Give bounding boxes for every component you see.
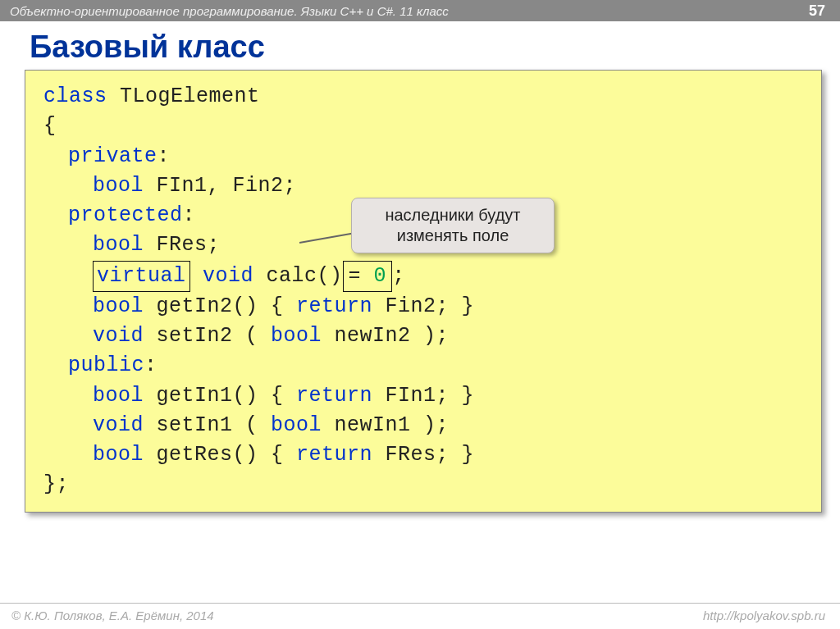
code-line: class TLogElement [43, 82, 805, 112]
header-bar: Объектно-ориентированное программировани… [0, 0, 840, 21]
kw-class: class [43, 84, 107, 108]
code-line: private: [43, 142, 805, 171]
kw-bool: bool [93, 233, 144, 257]
code-line: public: [43, 351, 805, 381]
kw-bool: bool [93, 384, 144, 408]
class-name: TLogElement [120, 84, 260, 108]
slide: Объектно-ориентированное программировани… [0, 0, 840, 629]
page-number: 57 [809, 2, 825, 20]
kw-protected: protected [68, 203, 183, 227]
slide-title: Базовый класс [0, 21, 840, 70]
kw-bool: bool [271, 324, 322, 348]
kw-bool: bool [93, 174, 144, 198]
kw-void: void [93, 324, 144, 348]
kw-return: return [296, 443, 372, 467]
code-line: bool getRes() { return FRes; } [43, 440, 805, 470]
kw-private: private [68, 144, 158, 168]
kw-public: public [68, 353, 144, 377]
virtual-box: virtual [93, 261, 190, 292]
kw-void: void [93, 413, 144, 437]
code-line: void setIn2 ( bool newIn2 ); [43, 321, 805, 351]
kw-bool: bool [93, 443, 144, 467]
footer-url: http://kpolyakov.spb.ru [703, 608, 825, 622]
code-box: class TLogElement { private: bool FIn1, … [25, 70, 822, 513]
kw-bool: bool [93, 294, 144, 318]
kw-return: return [296, 384, 372, 408]
course-title: Объектно-ориентированное программировани… [10, 4, 449, 18]
zero-literal: 0 [374, 264, 387, 288]
callout-box: наследники будут изменять поле [351, 198, 555, 253]
pure-virtual-box: = 0 [343, 261, 393, 292]
kw-bool: bool [271, 413, 322, 437]
code-area: class TLogElement { private: bool FIn1, … [25, 70, 822, 513]
code-line: { [43, 112, 805, 141]
code-line: bool getIn1() { return FIn1; } [43, 381, 805, 411]
kw-return: return [296, 294, 372, 318]
code-line: void setIn1 ( bool newIn1 ); [43, 411, 805, 440]
code-line: virtual void calc()= 0; [43, 261, 805, 292]
code-line: }; [43, 470, 805, 499]
copyright: © К.Ю. Поляков, Е.А. Ерёмин, 2014 [11, 608, 214, 622]
code-line: bool getIn2() { return Fin2; } [43, 292, 805, 321]
kw-void: void [203, 264, 253, 288]
kw-virtual: virtual [97, 264, 186, 288]
footer-bar: © К.Ю. Поляков, Е.А. Ерёмин, 2014 http:/… [0, 603, 840, 629]
code-line: bool FIn1, Fin2; [43, 171, 805, 201]
